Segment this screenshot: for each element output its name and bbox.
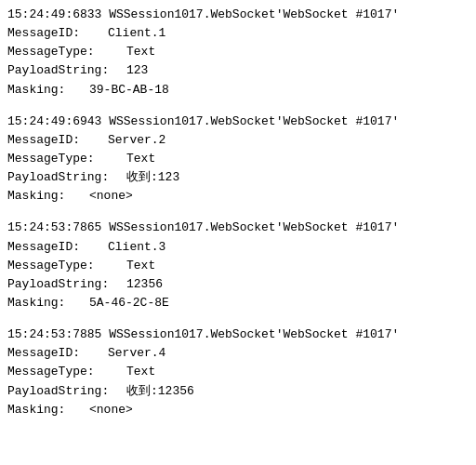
log-block-1: 15:24:49:6833 WSSession1017.WebSocket'We…: [7, 6, 469, 100]
field-value: Client.1: [100, 24, 165, 43]
log-line-3-3: PayloadString:12356: [7, 275, 469, 294]
log-line-4-1: MessageID:Server.4: [7, 344, 469, 363]
log-line-3-4: Masking:5A-46-2C-8E: [7, 294, 469, 312]
log-line-2-4: Masking:<none>: [7, 187, 469, 206]
log-header-4: 15:24:53:7885 WSSession1017.WebSocket'We…: [7, 326, 469, 344]
log-line-1-1: MessageID:Client.1: [7, 24, 469, 43]
field-label: MessageType:: [7, 150, 119, 168]
log-header-3: 15:24:53:7865 WSSession1017.WebSocket'We…: [7, 219, 469, 237]
field-label: PayloadString:: [7, 275, 119, 294]
log-container: 15:24:49:6833 WSSession1017.WebSocket'We…: [7, 6, 469, 419]
field-value: Text: [119, 363, 155, 381]
log-line-4-2: MessageType:Text: [7, 363, 469, 381]
log-line-4-3: PayloadString:收到:12356: [7, 382, 469, 401]
log-header-1: 15:24:49:6833 WSSession1017.WebSocket'We…: [7, 6, 469, 24]
log-line-2-3: PayloadString:收到:123: [7, 168, 469, 187]
log-line-1-3: PayloadString:123: [7, 61, 469, 80]
log-line-3-2: MessageType:Text: [7, 257, 469, 275]
log-line-1-4: Masking:39-BC-AB-18: [7, 81, 469, 100]
field-value: 收到:12356: [119, 382, 194, 401]
log-block-4: 15:24:53:7885 WSSession1017.WebSocket'We…: [7, 326, 469, 419]
field-label: Masking:: [7, 294, 82, 312]
field-value: 39-BC-AB-18: [82, 81, 169, 100]
log-line-2-1: MessageID:Server.2: [7, 131, 469, 150]
field-value: 123: [119, 61, 148, 80]
field-value: <none>: [82, 187, 133, 206]
field-label: MessageID:: [7, 131, 100, 150]
field-value: Client.3: [100, 238, 165, 257]
field-value: Text: [119, 257, 155, 275]
log-line-3-1: MessageID:Client.3: [7, 238, 469, 257]
log-line-4-4: Masking:<none>: [7, 401, 469, 419]
field-label: PayloadString:: [7, 382, 119, 401]
field-label: MessageID:: [7, 24, 100, 43]
log-line-2-2: MessageType:Text: [7, 150, 469, 168]
field-label: PayloadString:: [7, 168, 119, 187]
field-value: Text: [119, 150, 155, 168]
field-label: Masking:: [7, 187, 82, 206]
field-value: Server.4: [100, 344, 165, 363]
field-value: 收到:123: [119, 168, 179, 187]
field-label: MessageType:: [7, 363, 119, 381]
field-value: 5A-46-2C-8E: [82, 294, 169, 312]
field-value: Text: [119, 43, 155, 61]
log-block-3: 15:24:53:7865 WSSession1017.WebSocket'We…: [7, 219, 469, 312]
log-header-2: 15:24:49:6943 WSSession1017.WebSocket'We…: [7, 113, 469, 131]
log-block-2: 15:24:49:6943 WSSession1017.WebSocket'We…: [7, 113, 469, 206]
field-label: Masking:: [7, 401, 82, 419]
field-label: Masking:: [7, 81, 82, 100]
field-value: Server.2: [100, 131, 165, 150]
field-label: MessageType:: [7, 257, 119, 275]
field-value: 12356: [119, 275, 163, 294]
field-value: <none>: [82, 401, 133, 419]
field-label: PayloadString:: [7, 61, 119, 80]
log-line-1-2: MessageType:Text: [7, 43, 469, 61]
field-label: MessageType:: [7, 43, 119, 61]
field-label: MessageID:: [7, 344, 100, 363]
field-label: MessageID:: [7, 238, 100, 257]
